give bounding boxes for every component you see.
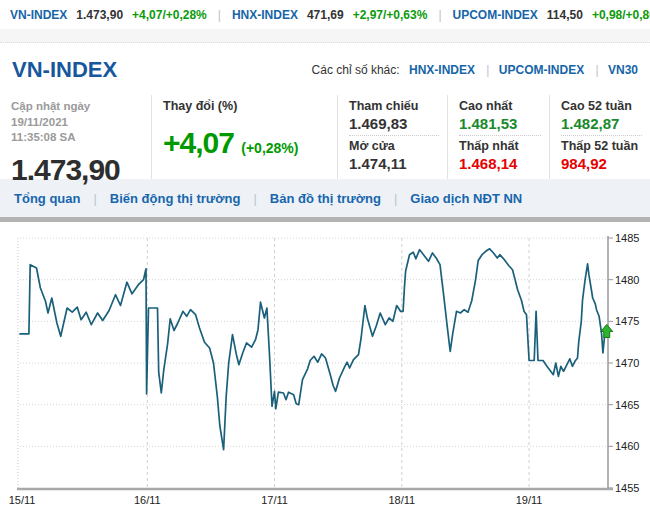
y-axis-label: 1470 — [615, 357, 639, 369]
link-separator: | — [486, 63, 489, 77]
ticker-index-change: +2,97/+0,63% — [353, 8, 428, 22]
link-hnx-index[interactable]: HNX-INDEX — [409, 63, 475, 77]
y-axis-label: 1475 — [615, 315, 639, 327]
ticker-separator: | — [218, 8, 221, 22]
x-axis-label: 17/11 — [261, 494, 288, 506]
tab-separator: | — [253, 191, 256, 206]
stats-52week: Cao 52 tuần 1.482,87 Thấp 52 tuần 984,92 — [550, 95, 650, 179]
tab-separator: | — [93, 191, 96, 206]
stat-cell: Thấp nhất 1.468,14 — [459, 139, 541, 172]
ticker-index-name[interactable]: VN-INDEX — [10, 8, 67, 22]
price-chart-svg[interactable]: 145514601465147014751480148515/1116/1117… — [0, 222, 650, 508]
ticker-index-name[interactable]: UPCOM-INDEX — [453, 8, 538, 22]
y-axis-label: 1485 — [615, 232, 639, 244]
ticker-index-value: 114,50 — [547, 8, 583, 22]
stats-change: Thay đổi (%) +4,07 (+0,28%) — [152, 95, 338, 179]
stats-current-value: Cập nhật ngày 19/11/2021 11:35:08 SA 1.4… — [0, 95, 152, 179]
ticker-index-change: +4,07/+0,28% — [132, 8, 207, 22]
stat-cell: Cao 52 tuần 1.482,87 — [561, 99, 642, 132]
stats-high-low: Cao nhất 1.481,53 Thấp nhất 1.468,14 — [448, 95, 550, 179]
index-stats-panel: Cập nhật ngày 19/11/2021 11:35:08 SA 1.4… — [0, 91, 650, 179]
cell-divider — [349, 135, 439, 136]
index-ticker-bar: VN-INDEX 1.473,90 +4,07/+0,28% | HNX-IND… — [0, 0, 650, 29]
y-axis-label: 1480 — [615, 274, 639, 286]
other-indices-nav: Các chỉ số khác: HNX-INDEX | UPCOM-INDEX… — [312, 63, 638, 77]
y-axis-label: 1460 — [615, 440, 639, 452]
ticker-index-change: +0,98/+0,86% — [592, 8, 650, 22]
y-axis-label: 1455 — [615, 482, 639, 494]
stat-value: 1.469,83 — [349, 115, 439, 132]
y-axis-label: 1465 — [615, 399, 639, 411]
link-vn30[interactable]: VN30 — [608, 63, 638, 77]
index-value: 1.473,90 — [11, 153, 143, 187]
index-header: VN-INDEX Các chỉ số khác: HNX-INDEX | UP… — [0, 43, 650, 91]
stat-cell: Thấp 52 tuần 984,92 — [561, 139, 642, 172]
link-separator: | — [596, 63, 599, 77]
stat-cell: Tham chiếu 1.469,83 — [349, 99, 439, 132]
link-upcom-index[interactable]: UPCOM-INDEX — [499, 63, 584, 77]
price-chart-area: 145514601465147014751480148515/1116/1117… — [0, 222, 650, 508]
other-indices-label: Các chỉ số khác: — [312, 63, 400, 77]
stats-reference-open: Tham chiếu 1.469,83 Mở cửa 1.474,11 — [338, 95, 448, 179]
x-axis-label: 19/11 — [516, 494, 543, 506]
x-axis-label: 16/11 — [134, 494, 161, 506]
ticker-index-value: 471,69 — [307, 8, 344, 22]
stat-value: 1.481,53 — [459, 115, 541, 132]
change-label: Thay đổi (%) — [163, 99, 329, 113]
x-axis-label: 18/11 — [388, 494, 415, 506]
page-title: VN-INDEX — [12, 57, 117, 83]
stat-value: 984,92 — [561, 155, 642, 172]
ticker-divider-strip — [0, 29, 650, 43]
stat-value: 1.482,87 — [561, 115, 642, 132]
change-value: +4,07 (+0,28%) — [163, 126, 329, 160]
ticker-index-value: 1.473,90 — [76, 8, 123, 22]
price-line — [20, 249, 607, 450]
updated-timestamp: Cập nhật ngày 19/11/2021 11:35:08 SA — [11, 99, 143, 146]
stat-cell: Mở cửa 1.474,11 — [349, 139, 439, 172]
tab-bien-dong-thi-truong[interactable]: Biến động thị trường — [110, 191, 241, 206]
cell-divider — [459, 135, 541, 136]
x-axis-label: 15/11 — [9, 494, 36, 506]
tab-separator: | — [394, 191, 397, 206]
stat-value: 1.474,11 — [349, 155, 439, 172]
tab-ban-do-thi-truong[interactable]: Bản đồ thị trường — [270, 191, 381, 206]
cell-divider — [561, 135, 642, 136]
change-percent: (+0,28%) — [241, 140, 298, 156]
stat-cell: Cao nhất 1.481,53 — [459, 99, 541, 132]
tab-giao-dich-ndt-nn[interactable]: Giao dịch NĐT NN — [410, 191, 522, 206]
ticker-separator: | — [438, 8, 441, 22]
tab-tong-quan[interactable]: Tổng quan — [14, 191, 80, 206]
ticker-index-name[interactable]: HNX-INDEX — [232, 8, 298, 22]
stat-value: 1.468,14 — [459, 155, 541, 172]
